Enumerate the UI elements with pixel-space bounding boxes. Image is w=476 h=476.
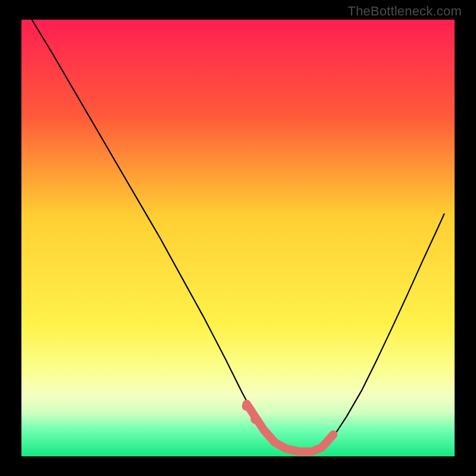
highlight-dot: [242, 402, 252, 411]
highlight-dot: [250, 415, 260, 424]
bottleneck-chart: [0, 0, 476, 476]
chart-stage: TheBottleneck.com: [0, 0, 476, 476]
plot-background: [21, 20, 455, 456]
